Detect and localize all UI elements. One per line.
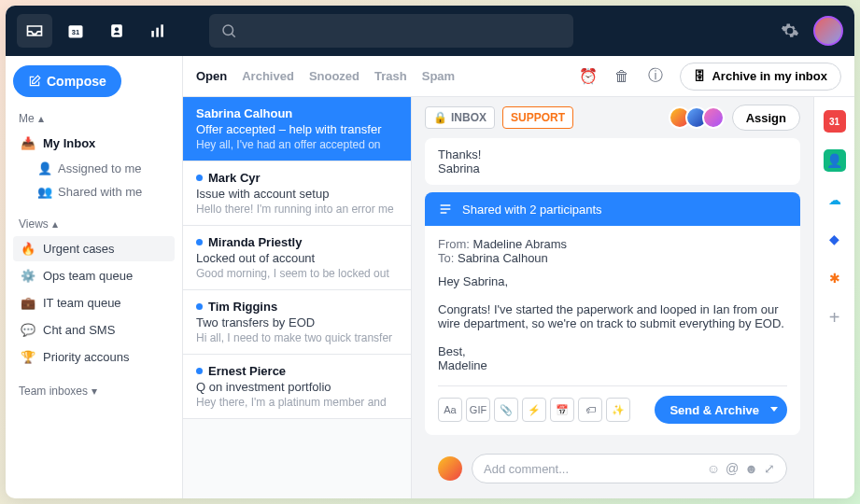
message-body: From: Madeline Abrams To: Sabrina Calhou… (425, 226, 800, 435)
search-icon (220, 22, 237, 39)
person-icon: 👤 (37, 161, 52, 175)
mention-icon[interactable]: @ (726, 461, 739, 476)
lock-icon: 🔒 (433, 111, 447, 124)
tab-open[interactable]: Open (196, 69, 227, 83)
unread-dot-icon (196, 175, 203, 181)
gif-icon[interactable]: GIF (466, 398, 490, 422)
nav-calendar-icon[interactable]: 31 (58, 14, 93, 48)
archive-in-my-inbox-button[interactable]: 🗄 Archive in my inbox (680, 63, 841, 91)
rail-jira-icon[interactable]: ◆ (824, 228, 846, 250)
sidebar-view-urgent[interactable]: 🔥Urgent cases (13, 236, 175, 261)
quick-reply-icon[interactable]: ⚡ (522, 398, 546, 422)
tag-icon[interactable]: 🏷 (578, 398, 602, 422)
chevron-down-icon: ▾ (92, 385, 97, 398)
user-avatar[interactable] (813, 16, 843, 46)
to-value: Sabrina Calhoun (458, 251, 548, 265)
unread-dot-icon (196, 368, 203, 374)
tab-trash[interactable]: Trash (374, 69, 407, 83)
sidebar-view-chat[interactable]: 💬Cht and SMS (13, 317, 175, 343)
settings-icon[interactable] (772, 14, 808, 48)
rail-calendar-icon[interactable]: 31 (824, 110, 846, 133)
thread-list: Sabrina Calhoun Offer accepted – help wi… (183, 97, 412, 498)
thread-item[interactable]: Tim Riggins Two transfers by EOD Hi all,… (183, 290, 411, 355)
svg-point-3 (115, 27, 119, 31)
chevron-up-icon: ▴ (52, 217, 58, 231)
thread-item[interactable]: Sabrina Calhoun Offer accepted – help wi… (183, 97, 411, 161)
compose-icon (28, 75, 41, 88)
participant-avatars[interactable] (674, 106, 725, 129)
nav-contacts-icon[interactable] (99, 14, 134, 48)
svg-rect-6 (161, 24, 163, 36)
sidebar-view-it[interactable]: 💼IT team queue (13, 290, 175, 315)
sidebar-shared-with-me[interactable]: 👥 Shared with me (13, 181, 175, 203)
send-archive-button[interactable]: Send & Archive (655, 396, 787, 424)
sidebar-view-ops[interactable]: ⚙️Ops team queue (13, 263, 175, 288)
rail-contact-icon[interactable]: 👤 (824, 149, 846, 172)
detail-pane: 🔒INBOX SUPPORT Assign Thanks! Sabrina (412, 97, 813, 498)
share-icon (438, 202, 453, 217)
magic-icon[interactable]: ✨ (606, 398, 630, 422)
right-rail: 31 👤 ☁ ◆ ✱ + (813, 97, 854, 498)
rail-salesforce-icon[interactable]: ☁ (824, 189, 846, 211)
compose-toolbar: Aa GIF 📎 ⚡ 📅 🏷 ✨ Send & Archive (438, 385, 787, 424)
sidebar: Compose Me ▴ 📥 My Inbox 👤 Assigned to me… (6, 56, 183, 498)
sidebar-my-inbox[interactable]: 📥 My Inbox (13, 131, 175, 156)
section-me[interactable]: Me ▴ (13, 108, 175, 129)
attachment-icon[interactable]: 📎 (494, 398, 518, 422)
svg-point-7 (223, 25, 233, 35)
compose-button[interactable]: Compose (13, 65, 121, 97)
tab-snoozed[interactable]: Snoozed (309, 69, 360, 83)
unread-dot-icon (196, 239, 203, 245)
nav-inbox-icon[interactable] (17, 14, 52, 48)
chevron-up-icon: ▴ (38, 112, 44, 125)
inbox-small-icon: 📥 (21, 136, 35, 150)
search-input[interactable] (209, 14, 573, 48)
top-bar: 31 (6, 6, 854, 56)
info-icon[interactable]: ⓘ (646, 66, 665, 86)
svg-rect-5 (156, 28, 159, 37)
shared-banner: Shared with 2 participants (425, 192, 800, 226)
emoji-icon[interactable]: ☺ (707, 461, 720, 476)
section-team-inboxes[interactable]: Team inboxes ▾ (13, 381, 175, 401)
calendar-insert-icon[interactable]: 📅 (550, 398, 574, 422)
rail-hubspot-icon[interactable]: ✱ (824, 267, 846, 289)
unread-dot-icon (196, 303, 203, 310)
previous-message: Thanks! Sabrina (425, 138, 800, 185)
section-views[interactable]: Views ▴ (13, 214, 175, 234)
sidebar-assigned-to-me[interactable]: 👤 Assigned to me (13, 158, 175, 179)
trash-icon[interactable]: 🗑 (613, 68, 631, 85)
comment-row: Add comment... ☺ @ ☻ ⤢ (425, 444, 800, 493)
compose-label: Compose (47, 74, 106, 89)
assign-button[interactable]: Assign (732, 105, 800, 131)
tab-spam[interactable]: Spam (422, 69, 455, 83)
thread-item[interactable]: Miranda Priestly Locked out of account G… (183, 226, 411, 290)
expand-icon[interactable]: ⤢ (764, 461, 775, 476)
tag-support[interactable]: SUPPORT (502, 106, 573, 129)
rail-add-icon[interactable]: + (824, 306, 846, 329)
svg-text:31: 31 (72, 28, 79, 36)
people-icon: 👥 (37, 185, 52, 199)
tab-archived[interactable]: Archived (242, 69, 294, 83)
archive-icon: 🗄 (694, 69, 706, 83)
sidebar-view-priority[interactable]: 🏆Priority accouns (13, 344, 175, 370)
nav-analytics-icon[interactable] (140, 14, 176, 48)
format-text-icon[interactable]: Aa (438, 398, 462, 422)
tag-inbox[interactable]: 🔒INBOX (425, 106, 495, 129)
from-value: Madeline Abrams (473, 237, 567, 251)
avatar-small (702, 106, 725, 129)
thread-item[interactable]: Ernest Pierce Q on investment portfolio … (183, 355, 411, 419)
svg-rect-4 (151, 31, 154, 37)
comment-avatar (438, 456, 462, 481)
tabs-row: Open Archived Snoozed Trash Spam ⏰ 🗑 ⓘ 🗄… (183, 56, 854, 97)
snooze-icon[interactable]: ⏰ (579, 67, 598, 85)
comment-input[interactable]: Add comment... ☺ @ ☻ ⤢ (472, 454, 787, 483)
emoji2-icon[interactable]: ☻ (744, 461, 758, 476)
thread-item[interactable]: Mark Cyr Issue with account setup Hello … (183, 161, 411, 226)
